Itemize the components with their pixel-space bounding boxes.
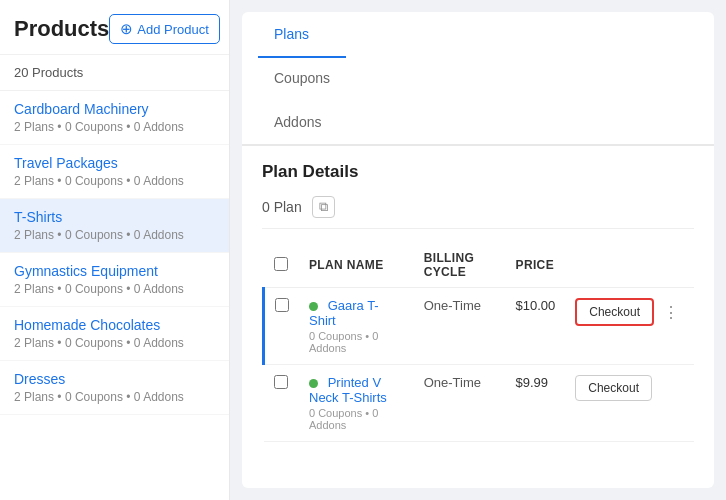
sidebar-item-1[interactable]: Travel Packages 2 Plans • 0 Coupons • 0 … — [0, 145, 229, 199]
table-row-1: Printed V Neck T-Shirts 0 Coupons • 0 Ad… — [264, 365, 695, 442]
status-dot-0 — [309, 302, 318, 311]
plan-count-row: 0 Plan ⧉ — [262, 196, 694, 229]
status-dot-1 — [309, 379, 318, 388]
tab-coupons[interactable]: Coupons — [258, 56, 346, 102]
action-cell-1: Checkout — [575, 375, 684, 401]
sidebar-item-meta-4: 2 Plans • 0 Coupons • 0 Addons — [14, 336, 215, 350]
row-actions-0: Checkout ⋮ — [565, 288, 694, 365]
plan-row-name-0: Gaara T-Shirt — [309, 298, 379, 328]
sidebar-item-4[interactable]: Homemade Chocolates 2 Plans • 0 Coupons … — [0, 307, 229, 361]
row-checkbox-cell-0 — [264, 288, 300, 365]
row-billing-cycle-1: One-Time — [414, 365, 506, 442]
plans-table-body: Gaara T-Shirt 0 Coupons • 0 Addons One-T… — [264, 288, 695, 442]
copy-icon-button[interactable]: ⧉ — [312, 196, 335, 218]
sidebar-item-name-1: Travel Packages — [14, 155, 215, 171]
sidebar-item-name-4: Homemade Chocolates — [14, 317, 215, 333]
add-product-button[interactable]: ⊕ Add Product — [109, 14, 220, 44]
tabs-bar: PlansCouponsAddons — [242, 12, 714, 146]
copy-icon: ⧉ — [319, 199, 328, 214]
row-plan-name-cell-1: Printed V Neck T-Shirts 0 Coupons • 0 Ad… — [299, 365, 414, 442]
plan-row-meta-0: 0 Coupons • 0 Addons — [309, 330, 404, 354]
sidebar-item-meta-2: 2 Plans • 0 Coupons • 0 Addons — [14, 228, 215, 242]
row-actions-1: Checkout — [565, 365, 694, 442]
checkout-button-0[interactable]: Checkout — [575, 298, 654, 326]
sidebar-title: Products — [14, 16, 109, 42]
col-plan-name: PLAN NAME — [299, 243, 414, 288]
tabs-container: PlansCouponsAddons — [258, 12, 346, 144]
product-count: 20 Products — [0, 55, 229, 91]
plan-details-title: Plan Details — [262, 162, 694, 182]
sidebar-item-meta-5: 2 Plans • 0 Coupons • 0 Addons — [14, 390, 215, 404]
sidebar-item-meta-0: 2 Plans • 0 Coupons • 0 Addons — [14, 120, 215, 134]
row-billing-cycle-0: One-Time — [414, 288, 506, 365]
sidebar-item-3[interactable]: Gymnastics Equipment 2 Plans • 0 Coupons… — [0, 253, 229, 307]
sidebar-item-meta-1: 2 Plans • 0 Coupons • 0 Addons — [14, 174, 215, 188]
price-value-0: $10.00 — [516, 298, 556, 313]
three-dots-button-0[interactable]: ⋮ — [658, 301, 684, 324]
sidebar: Products ⊕ Add Product 20 Products Cardb… — [0, 0, 230, 500]
action-cell-0: Checkout ⋮ — [575, 298, 684, 326]
col-checkbox — [264, 243, 300, 288]
table-header-row: PLAN NAME BILLING CYCLE PRICE — [264, 243, 695, 288]
plan-count-label: 0 Plan — [262, 199, 302, 215]
plan-row-name-1: Printed V Neck T-Shirts — [309, 375, 387, 405]
sidebar-item-meta-3: 2 Plans • 0 Coupons • 0 Addons — [14, 282, 215, 296]
row-price-1: $9.99 — [506, 365, 566, 442]
sidebar-items-list: Cardboard Machinery 2 Plans • 0 Coupons … — [0, 91, 229, 415]
plus-icon: ⊕ — [120, 20, 133, 38]
table-row-0: Gaara T-Shirt 0 Coupons • 0 Addons One-T… — [264, 288, 695, 365]
billing-cycle-value-0: One-Time — [424, 298, 481, 313]
sidebar-item-2[interactable]: T-Shirts 2 Plans • 0 Coupons • 0 Addons — [0, 199, 229, 253]
checkout-button-1[interactable]: Checkout — [575, 375, 652, 401]
plans-table: PLAN NAME BILLING CYCLE PRICE Gaara T-Sh… — [262, 243, 694, 442]
row-checkbox-cell-1 — [264, 365, 300, 442]
tab-plans[interactable]: Plans — [258, 12, 346, 58]
row-plan-name-cell-0: Gaara T-Shirt 0 Coupons • 0 Addons — [299, 288, 414, 365]
col-actions — [565, 243, 694, 288]
main-card: PlansCouponsAddons Plan Details 0 Plan ⧉… — [242, 12, 714, 488]
price-value-1: $9.99 — [516, 375, 549, 390]
sidebar-item-name-5: Dresses — [14, 371, 215, 387]
sidebar-item-name-3: Gymnastics Equipment — [14, 263, 215, 279]
select-all-checkbox[interactable] — [274, 257, 288, 271]
plan-row-meta-1: 0 Coupons • 0 Addons — [309, 407, 404, 431]
row-checkbox-0[interactable] — [275, 298, 289, 312]
billing-cycle-value-1: One-Time — [424, 375, 481, 390]
col-billing-cycle: BILLING CYCLE — [414, 243, 506, 288]
plan-details-section: Plan Details 0 Plan ⧉ PLAN NAME BILLING … — [242, 146, 714, 458]
main-content: PlansCouponsAddons Plan Details 0 Plan ⧉… — [230, 0, 726, 500]
row-price-0: $10.00 — [506, 288, 566, 365]
tab-addons[interactable]: Addons — [258, 100, 346, 146]
col-price: PRICE — [506, 243, 566, 288]
sidebar-item-5[interactable]: Dresses 2 Plans • 0 Coupons • 0 Addons — [0, 361, 229, 415]
sidebar-item-name-0: Cardboard Machinery — [14, 101, 215, 117]
sidebar-item-name-2: T-Shirts — [14, 209, 215, 225]
add-product-label: Add Product — [137, 22, 209, 37]
sidebar-header: Products ⊕ Add Product — [0, 0, 229, 55]
row-checkbox-1[interactable] — [274, 375, 288, 389]
sidebar-item-0[interactable]: Cardboard Machinery 2 Plans • 0 Coupons … — [0, 91, 229, 145]
